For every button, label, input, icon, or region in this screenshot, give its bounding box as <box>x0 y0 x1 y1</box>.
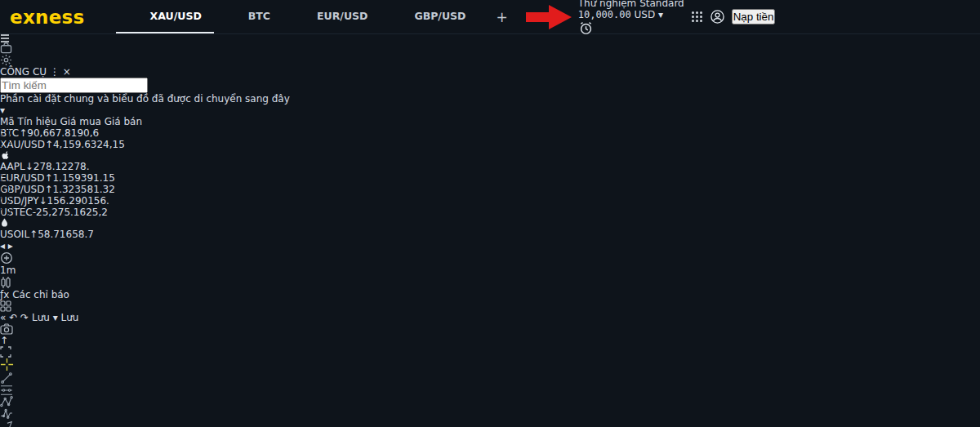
watchlist-menu-icon[interactable]: ⋮ <box>50 66 60 78</box>
publish-idea-button[interactable]: ↑ <box>0 335 8 346</box>
exness-logo[interactable]: exness <box>10 7 85 28</box>
signal-down-icon: ↓ <box>39 195 47 207</box>
signal-up-icon: ↑ <box>19 127 27 139</box>
main-region: CÔNG CỤ ⋮ × Phần cài đặt chung và biểu đ… <box>0 34 980 427</box>
watchlist-panel: CÔNG CỤ ⋮ × Phần cài đặt chung và biểu đ… <box>0 66 980 251</box>
watchlist-row-ustec[interactable]: USTEC-25,275.1625,2 <box>0 207 980 218</box>
pattern-icon[interactable] <box>0 396 980 407</box>
bid-price: 4,159.632 <box>53 139 103 150</box>
watchlist-column-headers: Mã Tín hiệu Giá mua Giá bán <box>0 116 980 127</box>
ask-price: 1.15 <box>93 172 115 184</box>
fib-retracement-icon[interactable] <box>0 385 980 396</box>
brush-icon[interactable] <box>0 419 980 427</box>
gold-usd-icon <box>128 10 144 22</box>
left-icon-rail <box>0 34 980 66</box>
col-bid: Giá mua <box>60 116 100 127</box>
save-tooltip: Lưu <box>61 312 79 323</box>
chevron-down-icon[interactable]: ▾ <box>0 105 5 116</box>
tab-eur-usd[interactable]: EUR/USD <box>283 0 380 33</box>
btc-icon <box>226 10 242 22</box>
watchlist-close-icon[interactable]: × <box>63 66 71 78</box>
bid-price: 278.12 <box>33 161 68 172</box>
chevron-down-icon: ▾ <box>53 312 58 323</box>
tab-xau-usd[interactable]: XAU/USD <box>116 0 214 33</box>
gbp-usd-icon <box>392 10 408 22</box>
account-profile-icon[interactable] <box>710 9 725 24</box>
signal-up-icon: ↑ <box>44 172 52 184</box>
add-instrument-tab[interactable]: + <box>484 9 519 25</box>
timeframe-selector[interactable]: 1m <box>0 265 16 276</box>
watchlist-title: CÔNG CỤ <box>0 66 47 78</box>
ask-price: 58.7 <box>72 229 94 240</box>
elliott-wave-icon[interactable] <box>0 407 980 419</box>
account-balance: 10,000.00 <box>578 9 631 20</box>
layout-grid-icon[interactable] <box>0 300 980 312</box>
scroll-left-icon[interactable]: ◂ <box>0 240 5 251</box>
col-signal: Tín hiệu <box>18 116 57 127</box>
watchlist-row-btc[interactable]: BTC↑90,667.8190,6 <box>0 127 980 139</box>
rewind-icon[interactable]: « <box>0 312 6 323</box>
search-input[interactable] <box>0 78 148 93</box>
crosshair-icon[interactable] <box>0 358 980 371</box>
tab-label: XAU/USD <box>150 10 202 22</box>
watchlist-search[interactable] <box>0 78 980 93</box>
eur-usd-icon <box>295 10 310 22</box>
account-info: Thử nghiệm Standard 10,000.00 USD ▾ <box>578 0 684 20</box>
watchlist-row-usoil[interactable]: USOIL↑58.71658.7 <box>0 218 980 240</box>
chart-column: 1m ƒx Các chỉ báo « ↶ ↷ <box>0 251 980 427</box>
annotation-red-arrow <box>526 4 572 30</box>
demo-badge: Thử nghiệm <box>578 0 637 9</box>
tab-btc[interactable]: BTC <box>214 0 283 33</box>
bid-price: 1.15939 <box>52 172 93 184</box>
signal-down-icon: ↓ <box>25 161 33 172</box>
undo-icon[interactable]: ↶ <box>9 312 17 323</box>
portfolio-icon[interactable] <box>0 42 980 54</box>
watchlist-row-usd-jpy[interactable]: USD/JPY↓156.290156. <box>0 195 980 207</box>
aapl-icon <box>0 150 980 161</box>
app-root: exness XAU/USDBTCEUR/USDGBP/USD + Thử ng… <box>0 0 980 427</box>
symbol-name: USOIL <box>0 229 29 240</box>
bid-price: 25,275.16 <box>36 207 86 218</box>
signal-up-icon: ↑ <box>44 184 52 195</box>
watchlist-row-xau-usd[interactable]: XAU/USD↑4,159.6324,15 <box>0 139 980 150</box>
fullscreen-icon[interactable] <box>0 346 980 358</box>
ask-price: 156. <box>87 195 109 207</box>
ask-price: 90,6 <box>77 127 99 139</box>
candle-style-icon[interactable] <box>0 276 980 289</box>
apps-grid-icon[interactable] <box>691 11 703 23</box>
watchlist-scrollbar[interactable]: ◂ ▸ <box>0 240 980 251</box>
account-selector[interactable]: Thử nghiệm Standard 10,000.00 USD ▾ <box>578 0 684 36</box>
bid-price: 156.290 <box>47 195 88 207</box>
tab-gbp-usd[interactable]: GBP/USD <box>380 0 478 33</box>
drawing-toolbar: T <box>0 358 980 427</box>
ask-price: 4,15 <box>103 139 125 150</box>
ask-price: 1.32 <box>93 184 115 195</box>
camera-snapshot-icon[interactable] <box>0 323 980 335</box>
signal-up-icon: ↑ <box>45 139 53 150</box>
settings-moved-notice: Phần cài đặt chung và biểu đồ đã được di… <box>0 93 980 105</box>
bid-price: 58.716 <box>38 229 72 240</box>
chart-toolbar: 1m ƒx Các chỉ báo « ↶ ↷ <box>0 251 980 358</box>
fx-icon: ƒx <box>0 289 9 300</box>
instruments-list-icon[interactable] <box>0 34 980 42</box>
watchlist-row-eur-usd[interactable]: EUR/USD↑1.159391.15 <box>0 172 980 184</box>
trendline-icon[interactable] <box>0 371 980 385</box>
redo-icon[interactable]: ↷ <box>20 312 29 323</box>
watchlist-rows: BTC↑90,667.8190,6XAU/USD↑4,159.6324,15AA… <box>0 127 980 240</box>
signal-up-icon: ↑ <box>29 229 38 240</box>
instrument-tabs: XAU/USDBTCEUR/USDGBP/USD <box>116 0 479 33</box>
account-currency: USD <box>635 9 656 20</box>
watchlist-row-aapl[interactable]: AAPL↓278.12278. <box>0 150 980 172</box>
topbar: exness XAU/USDBTCEUR/USDGBP/USD + Thử ng… <box>0 0 980 34</box>
save-layout-button[interactable]: Lưu ▾ Lưu <box>32 312 79 323</box>
symbol-search-icon[interactable] <box>0 251 980 265</box>
chevron-down-icon: ▾ <box>658 9 663 20</box>
chart-region: T Gold vs US Dollar·1·O4,160.295H4,160.5… <box>0 358 980 427</box>
bid-price: 1.32358 <box>53 184 94 195</box>
indicators-button[interactable]: ƒx Các chỉ báo <box>0 289 69 300</box>
scroll-right-icon[interactable]: ▸ <box>8 240 13 251</box>
col-ask: Giá bán <box>105 116 142 127</box>
deposit-button[interactable]: Nạp tiền <box>732 9 776 24</box>
settings-gear-icon[interactable] <box>0 54 980 66</box>
watchlist-row-gbp-usd[interactable]: GBP/USD↑1.323581.32 <box>0 184 980 195</box>
